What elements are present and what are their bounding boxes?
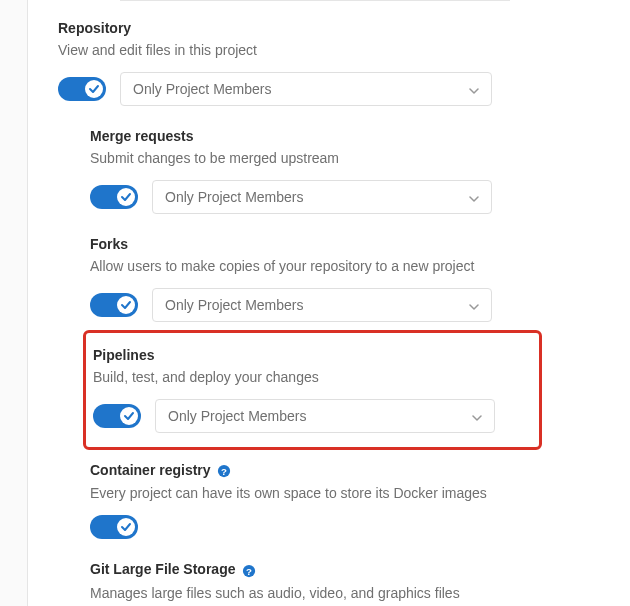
section-desc-repository: View and edit files in this project	[58, 42, 630, 58]
control-row: Only Project Members	[90, 180, 630, 214]
select-value: Only Project Members	[168, 408, 306, 424]
section-title-container-registry: Container registry ?	[90, 462, 630, 479]
separator	[120, 0, 510, 1]
select-value: Only Project Members	[165, 297, 303, 313]
chevron-down-icon	[469, 297, 479, 313]
control-row: Only Project Members	[93, 399, 539, 433]
svg-text:?: ?	[246, 565, 252, 576]
chevron-down-icon	[469, 189, 479, 205]
svg-text:?: ?	[222, 466, 228, 477]
section-merge-requests: Merge requests Submit changes to be merg…	[90, 128, 630, 214]
title-text: Git Large File Storage	[90, 561, 235, 577]
section-desc-forks: Allow users to make copies of your repos…	[90, 258, 630, 274]
select-value: Only Project Members	[165, 189, 303, 205]
section-title-git-lfs: Git Large File Storage ?	[90, 561, 630, 578]
toggle-merge-requests[interactable]	[90, 185, 138, 209]
select-forks-visibility[interactable]: Only Project Members	[152, 288, 492, 322]
control-row	[90, 515, 630, 539]
check-icon	[88, 83, 100, 95]
section-desc-container-registry: Every project can have its own space to …	[90, 485, 630, 501]
toggle-container-registry[interactable]	[90, 515, 138, 539]
control-row: Only Project Members	[90, 288, 630, 322]
control-row: Only Project Members	[58, 72, 630, 106]
section-git-lfs: Git Large File Storage ? Manages large f…	[90, 561, 630, 606]
help-icon[interactable]: ?	[216, 463, 232, 479]
section-title-merge-requests: Merge requests	[90, 128, 630, 144]
toggle-repository[interactable]	[58, 77, 106, 101]
chevron-down-icon	[472, 408, 482, 424]
section-desc-merge-requests: Submit changes to be merged upstream	[90, 150, 630, 166]
check-icon	[120, 299, 132, 311]
highlight-pipelines: Pipelines Build, test, and deploy your c…	[83, 330, 542, 450]
section-container-registry: Container registry ? Every project can h…	[90, 462, 630, 539]
section-title-pipelines: Pipelines	[93, 347, 539, 363]
section-repository: Repository View and edit files in this p…	[58, 20, 630, 106]
section-forks: Forks Allow users to make copies of your…	[90, 236, 630, 322]
title-text: Container registry	[90, 462, 211, 478]
check-icon	[120, 521, 132, 533]
select-merge-requests-visibility[interactable]: Only Project Members	[152, 180, 492, 214]
check-icon	[123, 410, 135, 422]
select-pipelines-visibility[interactable]: Only Project Members	[155, 399, 495, 433]
help-icon[interactable]: ?	[241, 563, 257, 579]
section-desc-git-lfs: Manages large files such as audio, video…	[90, 585, 630, 601]
section-desc-pipelines: Build, test, and deploy your changes	[93, 369, 539, 385]
toggle-forks[interactable]	[90, 293, 138, 317]
check-icon	[120, 191, 132, 203]
select-repository-visibility[interactable]: Only Project Members	[120, 72, 492, 106]
select-value: Only Project Members	[133, 81, 271, 97]
section-title-forks: Forks	[90, 236, 630, 252]
toggle-pipelines[interactable]	[93, 404, 141, 428]
chevron-down-icon	[469, 81, 479, 97]
section-pipelines: Pipelines Build, test, and deploy your c…	[93, 347, 539, 433]
section-title-repository: Repository	[58, 20, 630, 36]
sidebar-edge	[0, 0, 28, 606]
